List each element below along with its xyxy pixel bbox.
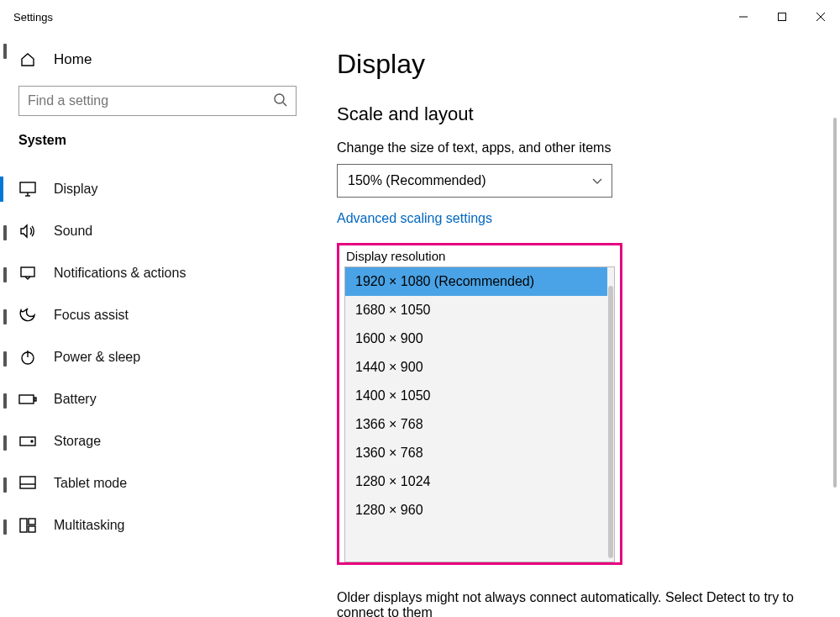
minimize-button[interactable] xyxy=(724,0,763,34)
display-icon xyxy=(18,180,37,198)
nav-label: Power & sleep xyxy=(54,350,140,365)
nav-label: Notifications & actions xyxy=(54,266,186,281)
resolution-listbox[interactable]: 1920 × 1080 (Recommended) 1680 × 1050 16… xyxy=(344,266,615,562)
nav-label: Battery xyxy=(54,392,97,407)
nav-storage[interactable]: Storage xyxy=(0,420,315,462)
svg-rect-20 xyxy=(29,526,35,532)
page-title: Display xyxy=(337,49,818,80)
nav-sound[interactable]: Sound xyxy=(0,210,315,252)
resolution-option[interactable]: 1360 × 768 xyxy=(345,439,607,467)
window-title: Settings xyxy=(13,11,53,24)
svg-point-4 xyxy=(275,94,284,103)
resolution-option[interactable]: 1400 × 1050 xyxy=(345,382,607,410)
svg-line-5 xyxy=(283,103,286,106)
maximize-button[interactable] xyxy=(763,0,801,34)
svg-rect-9 xyxy=(21,267,34,277)
resolution-option[interactable]: 1280 × 1024 xyxy=(345,467,607,496)
svg-rect-12 xyxy=(19,395,34,403)
resolution-option[interactable]: 1680 × 1050 xyxy=(345,296,607,324)
resolution-option[interactable]: 1920 × 1080 (Recommended) xyxy=(345,267,607,296)
focus-assist-icon xyxy=(18,306,37,324)
storage-icon xyxy=(18,432,37,451)
scale-combobox-value: 150% (Recommended) xyxy=(348,173,486,188)
nav-multitasking[interactable]: Multitasking xyxy=(0,504,315,546)
home-icon xyxy=(18,50,37,69)
nav-label: Display xyxy=(54,182,97,197)
nav-battery[interactable]: Battery xyxy=(0,378,315,420)
search-input[interactable] xyxy=(18,86,297,116)
advanced-scaling-link[interactable]: Advanced scaling settings xyxy=(337,211,492,226)
listbox-scrollbar[interactable] xyxy=(608,286,613,558)
resolution-option[interactable]: 1440 × 900 xyxy=(345,353,607,382)
nav-focus-assist[interactable]: Focus assist xyxy=(0,294,315,336)
truncated-text: Older displays might not always connect … xyxy=(337,590,799,617)
nav-label: Sound xyxy=(54,224,92,239)
svg-rect-1 xyxy=(779,13,786,21)
svg-rect-6 xyxy=(20,182,35,192)
svg-rect-19 xyxy=(29,519,35,525)
chevron-down-icon xyxy=(591,175,603,187)
svg-rect-16 xyxy=(20,477,35,488)
nav-notifications[interactable]: Notifications & actions xyxy=(0,252,315,294)
resolution-highlight: Display resolution 1920 × 1080 (Recommen… xyxy=(337,243,622,565)
scale-combobox[interactable]: 150% (Recommended) xyxy=(337,164,612,198)
resolution-option[interactable]: 1600 × 900 xyxy=(345,324,607,353)
nav-label: Storage xyxy=(54,434,101,449)
svg-rect-18 xyxy=(20,519,27,532)
resolution-label: Display resolution xyxy=(346,249,615,263)
multitasking-icon xyxy=(18,516,37,535)
nav-tablet-mode[interactable]: Tablet mode xyxy=(0,462,315,504)
main-panel: Display Scale and layout Change the size… xyxy=(315,34,840,617)
battery-icon xyxy=(18,390,37,409)
nav-label: Focus assist xyxy=(54,308,129,323)
svg-rect-13 xyxy=(34,398,36,401)
home-nav[interactable]: Home xyxy=(0,42,315,81)
resolution-option[interactable]: 1366 × 768 xyxy=(345,410,607,439)
resolution-option[interactable]: 1280 × 960 xyxy=(345,496,607,525)
search-icon xyxy=(273,92,288,108)
sound-icon xyxy=(18,222,37,240)
home-label: Home xyxy=(54,51,92,68)
scrollbar[interactable] xyxy=(833,118,837,488)
nav-display[interactable]: Display xyxy=(0,168,315,210)
scale-label: Change the size of text, apps, and other… xyxy=(337,140,818,156)
power-icon xyxy=(18,348,37,367)
notifications-icon xyxy=(18,264,37,282)
tablet-mode-icon xyxy=(18,474,37,493)
svg-point-15 xyxy=(31,440,33,442)
nav-power-sleep[interactable]: Power & sleep xyxy=(0,336,315,378)
scale-section-title: Scale and layout xyxy=(337,103,818,125)
section-label: System xyxy=(0,129,315,156)
close-button[interactable] xyxy=(801,0,840,34)
nav-label: Multitasking xyxy=(54,518,124,533)
nav-label: Tablet mode xyxy=(54,476,127,491)
sidebar: Home System Display Sound Noti xyxy=(0,34,315,617)
